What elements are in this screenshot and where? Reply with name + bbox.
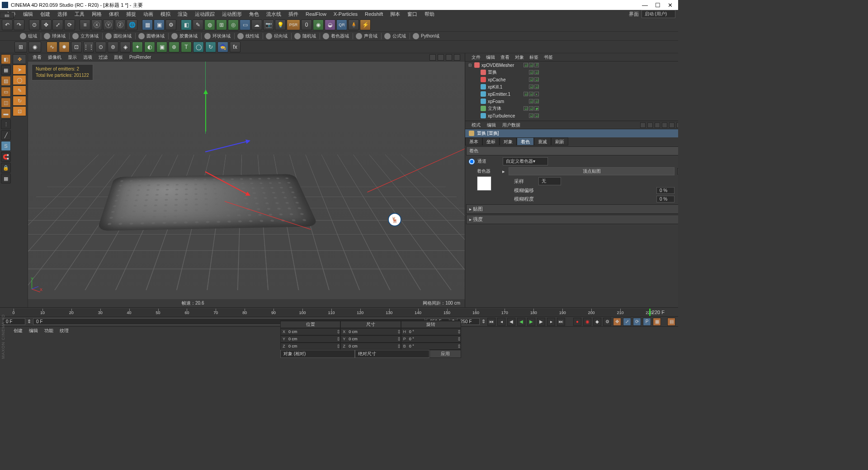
viewsolo-button[interactable]: ▦ [1,174,11,183]
redo-button[interactable]: ↷ [14,19,24,30]
render-settings-button[interactable]: ⚙ [165,19,176,30]
start-frame-field[interactable]: 0 F [3,318,25,325]
panel-tab-标签[interactable]: 标签 [529,54,538,61]
attr-tab-模式[interactable]: 模式 [472,122,481,128]
field-圆柱体域[interactable]: 圆柱体域 [102,33,134,39]
motion-button[interactable]: ⚡ [360,19,371,30]
field-Python域[interactable]: Python域 [410,33,442,39]
field-径向域[interactable]: 径向域 [263,33,290,39]
field-随机域[interactable]: 随机域 [291,33,319,39]
coord-X[interactable]: X0 cm⇕ [280,328,340,335]
xp-8[interactable]: ✦ [132,42,143,52]
play-button[interactable]: ▶ [527,318,535,326]
xp-5[interactable]: ⊙ [95,42,106,52]
field-线性域[interactable]: 线性域 [234,33,262,39]
panel-tab-文件[interactable]: 文件 [472,54,481,61]
play-back-button[interactable]: ◀ [517,318,525,326]
vp-icon-2[interactable] [438,54,444,61]
menu-窗口[interactable]: 窗口 [404,10,420,18]
menu-X-Particles[interactable]: X-Particles [330,11,361,17]
texture-mode-button[interactable]: ▨ [1,76,11,86]
attr-tab-用户数据[interactable]: 用户数据 [502,122,520,128]
xp-13[interactable]: ◯ [193,42,204,52]
render-region-button[interactable]: ▣ [154,19,165,30]
nav-back-icon[interactable] [640,122,646,128]
menu-RealFlow[interactable]: RealFlow [302,11,330,17]
menu-脚本[interactable]: 脚本 [387,10,403,18]
btab-功能[interactable]: 功能 [44,328,53,334]
tree-row-置换[interactable]: 置换☑☑ [465,69,678,76]
vp-menu-摄像机[interactable]: 摄像机 [48,54,61,61]
sample-dropdown[interactable]: 无 [538,177,561,185]
panel-tab-对象[interactable]: 对象 [515,54,524,61]
vp-menu-过滤[interactable]: 过滤 [99,54,108,61]
xp-11[interactable]: ⊕ [169,42,179,52]
xp-6[interactable]: ⊚ [108,42,118,52]
panel-tab-查看[interactable]: 查看 [500,54,509,61]
menu-网格[interactable]: 网格 [89,10,105,18]
close-button[interactable]: ✕ [668,2,673,9]
menu-运动图形[interactable]: 运动图形 [219,10,245,18]
menu-Redshift[interactable]: Redshift [362,11,386,17]
key-rot-button[interactable]: ⟳ [633,318,641,326]
model-mode-button[interactable]: ▦ [1,65,11,75]
menu-流水线[interactable]: 流水线 [263,10,284,18]
character-button[interactable]: 🧍 [348,19,359,30]
tree-row-xpFoam[interactable]: xpFoam☑☑ [465,98,678,105]
btab-编辑[interactable]: 编辑 [29,328,38,334]
coord-Z[interactable]: Z0 cm⇕ [340,343,401,350]
tree-row-xpKill.1[interactable]: xpKill.1☑☑ [465,83,678,90]
xp-15[interactable]: 🧙 [217,42,228,52]
menu-体积[interactable]: 体积 [106,10,122,18]
key-opts-button[interactable]: ⚙ [603,318,611,326]
render-view-button[interactable]: ▦ [142,19,153,30]
vp-menu-显示[interactable]: 显示 [68,54,77,61]
menu-icon[interactable] [676,122,678,128]
field-公式域[interactable]: 公式域 [381,33,409,39]
grid-14[interactable]: ▨ [0,13,14,19]
xp-3[interactable]: ⊡ [71,42,82,52]
menu-编辑[interactable]: 编辑 [20,10,36,18]
cross-tool[interactable]: ✥ [13,54,26,64]
subtab-衰减[interactable]: 衰减 [534,137,551,146]
goto-end-button[interactable]: ⏭ [557,318,565,326]
points-button[interactable]: ⋮ [1,119,11,129]
key-sel-button[interactable]: ◆ [593,318,601,326]
vp-icon-1[interactable] [429,54,436,61]
panel-tab-书签[interactable]: 书签 [544,54,553,61]
btab-创建[interactable]: 创建 [14,328,23,334]
autokey-button[interactable]: ◉ [583,318,591,326]
menu-选择[interactable]: 选择 [54,10,71,18]
blur-scale-field[interactable]: 0 % [656,196,675,202]
undo-button[interactable]: ↶ [2,19,13,30]
tree-row-立方体[interactable]: 立方体☑☑◈ [465,105,678,112]
prev-frame-button[interactable]: ◀ [507,318,515,326]
field-环状体域[interactable]: 环状体域 [201,33,233,39]
vp-icon-4[interactable] [454,54,460,61]
subtab-着色[interactable]: 着色 [517,137,534,146]
xp-sys-button[interactable]: ⊞ [14,42,27,52]
xp-16[interactable]: fx [230,42,241,52]
xp-9[interactable]: ◐ [144,42,155,52]
subtab-基本[interactable]: 基本 [465,137,482,146]
loop-tool[interactable]: ↻ [13,96,26,106]
viewport[interactable]: 查看摄像机显示选项过滤面板ProRender Number of emitter… [28,53,465,307]
volume-button[interactable]: ◒ [325,19,335,30]
tree-row-xpCache[interactable]: xpCache☑☑ [465,76,678,83]
next-frame-button[interactable]: ▶ [537,318,545,326]
lasso-tool[interactable]: ◯ [13,75,26,85]
lock-icon[interactable] [669,122,675,128]
make-editable-button[interactable]: ◧ [1,54,11,64]
scene-3d[interactable]: Number of emitters: 2 Total live particl… [28,61,465,299]
panel-tab-编辑[interactable]: 编辑 [486,54,495,61]
vp-icon-3[interactable] [446,54,452,61]
field-胶囊体域[interactable]: 胶囊体域 [168,33,200,39]
subdiv-button[interactable]: ◍ [204,19,215,30]
subtab-对象[interactable]: 对象 [500,137,517,146]
blur-offset-field[interactable]: 0 % [656,187,675,194]
field-着色器域[interactable]: 着色器域 [320,33,352,39]
camera-button[interactable]: 📷 [263,19,274,30]
object-tree[interactable]: ⊟xpOVDBMesher☑☑⠿置换☑☑xpCache☑☑xpKill.1☑☑x… [465,61,678,121]
coord-Y[interactable]: Y0 cm⇕ [280,335,340,343]
xp-2[interactable]: ✹ [59,42,70,52]
